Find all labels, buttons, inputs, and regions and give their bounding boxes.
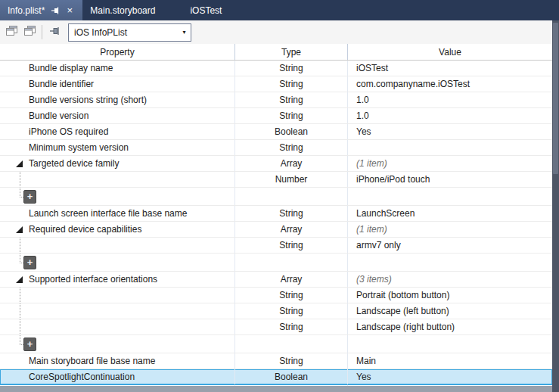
type-cell[interactable]: Array [235,222,348,237]
type-cell[interactable]: String [235,288,348,303]
property-cell[interactable]: Launch screen interface file base name [0,206,235,221]
value-cell[interactable]: (1 item) [348,222,552,237]
table-row[interactable]: Targeted device family Array (1 item) [0,156,552,172]
type-cell[interactable]: Number [235,172,348,187]
table-row[interactable]: iPhone OS required Boolean Yes [0,124,552,140]
toolbar-separator [42,25,42,39]
tab-info-plist[interactable]: Info.plist* × [0,0,82,20]
table-row[interactable]: String Landscape (right button) [0,319,552,335]
value-cell[interactable]: Landscape (right button) [348,319,552,334]
type-cell[interactable]: Boolean [235,369,348,384]
column-header-value[interactable]: Value [348,44,552,60]
property-cell[interactable]: Bundle identifier [0,76,235,92]
value-cell[interactable]: iOSTest [348,61,552,76]
property-name: Bundle identifier [29,79,94,89]
table-row[interactable]: String Portrait (bottom button) [0,288,552,303]
type-cell[interactable]: Boolean [235,124,348,139]
type-cell[interactable]: String [235,303,348,319]
table-row[interactable]: Supported interface orientations Array (… [0,272,552,288]
type-cell [235,335,348,353]
type-cell[interactable]: String [235,353,348,369]
type-cell[interactable]: String [235,61,348,76]
value-cell[interactable]: armv7 only [348,238,552,253]
horizontal-scrollbar[interactable] [0,386,552,392]
source-view-button[interactable] [20,23,39,42]
pin-icon[interactable] [51,6,60,15]
property-cell[interactable] [0,303,235,319]
property-pages-button[interactable] [2,23,20,42]
add-entry-button[interactable]: + [23,190,36,204]
tab-iostest[interactable]: iOSTest [182,0,229,20]
type-cell[interactable]: String [235,238,348,253]
property-cell[interactable]: Main storyboard file base name [0,353,235,369]
vertical-scrollbar-thumb[interactable] [553,23,558,174]
table-row[interactable]: Bundle identifier String com.companyname… [0,76,552,92]
value-cell[interactable]: 1.0 [348,108,552,123]
table-row[interactable]: Number iPhone/iPod touch [0,172,552,188]
value-cell[interactable]: Yes [348,369,552,384]
value-cell[interactable]: LaunchScreen [348,206,552,221]
add-entry-button[interactable]: + [23,256,36,269]
collapse-arrow-icon[interactable] [16,160,23,167]
type-cell[interactable]: String [235,92,348,107]
document-tabbar: Info.plist* × Main.storyboard iOSTest [0,0,559,20]
column-header-property[interactable]: Property [0,44,235,60]
pin-icon [49,26,60,38]
table-row[interactable]: CoreSpotlightContinuation Boolean Yes [0,369,552,385]
property-cell[interactable]: Bundle version [0,108,235,123]
vertical-scrollbar[interactable] [552,20,559,392]
type-cell[interactable]: String [235,319,348,334]
property-name: Bundle display name [29,63,113,73]
tabbar-spacer [163,0,182,20]
plist-schema-dropdown[interactable]: iOS InfoPList ▾ [68,23,191,42]
value-cell[interactable]: Main [348,353,552,369]
table-row[interactable]: Minimum system version String [0,140,552,156]
property-cell[interactable]: Bundle display name [0,61,235,76]
property-cell[interactable]: Supported interface orientations [0,272,235,287]
type-cell[interactable]: String [235,108,348,123]
property-cell[interactable]: Required device capabilities [0,222,235,237]
window-cascade-icon [6,26,17,39]
add-entry-button[interactable]: + [23,338,36,351]
collapse-arrow-icon[interactable] [16,226,23,233]
value-cell[interactable]: (3 items) [348,272,552,287]
value-cell[interactable]: Landscape (left button) [348,303,552,319]
property-cell[interactable]: Targeted device family [0,156,235,171]
type-cell[interactable]: String [235,140,348,155]
type-cell[interactable]: Array [235,156,348,171]
value-cell[interactable]: iPhone/iPod touch [348,172,552,187]
type-cell [235,188,348,205]
value-cell[interactable]: Yes [348,124,552,139]
table-row[interactable]: Main storyboard file base name String Ma… [0,353,552,369]
value-cell[interactable]: com.companyname.iOSTest [348,76,552,92]
column-header-type[interactable]: Type [235,44,348,60]
type-cell[interactable]: Array [235,272,348,287]
property-cell[interactable]: Minimum system version [0,140,235,155]
close-icon[interactable]: × [64,5,75,15]
pin-toggle-button[interactable] [45,23,64,42]
table-row[interactable]: Bundle display name String iOSTest [0,61,552,76]
property-cell[interactable] [0,319,235,334]
value-cell[interactable] [348,140,552,155]
table-row[interactable]: Bundle versions string (short) String 1.… [0,92,552,108]
type-cell[interactable]: String [235,206,348,221]
table-row[interactable]: String armv7 only [0,238,552,254]
value-cell[interactable]: 1.0 [348,92,552,107]
collapse-arrow-icon[interactable] [16,276,23,283]
property-cell[interactable] [0,288,235,303]
property-cell[interactable] [0,172,235,187]
property-cell[interactable]: Bundle versions string (short) [0,92,235,107]
table-row[interactable]: String Landscape (left button) [0,303,552,319]
value-cell[interactable]: Portrait (bottom button) [348,288,552,303]
property-cell[interactable] [0,238,235,253]
property-cell[interactable]: CoreSpotlightContinuation [0,369,235,384]
property-cell[interactable]: iPhone OS required [0,124,235,139]
type-cell[interactable]: String [235,76,348,92]
table-row[interactable]: Bundle version String 1.0 [0,108,552,124]
value-cell[interactable]: (1 item) [348,156,552,171]
table-row[interactable]: Launch screen interface file base name S… [0,206,552,222]
tab-main-storyboard[interactable]: Main.storyboard [82,0,163,20]
table-row[interactable]: Required device capabilities Array (1 it… [0,222,552,238]
tab-label: Main.storyboard [90,5,155,16]
property-name: Targeted device family [29,158,119,169]
